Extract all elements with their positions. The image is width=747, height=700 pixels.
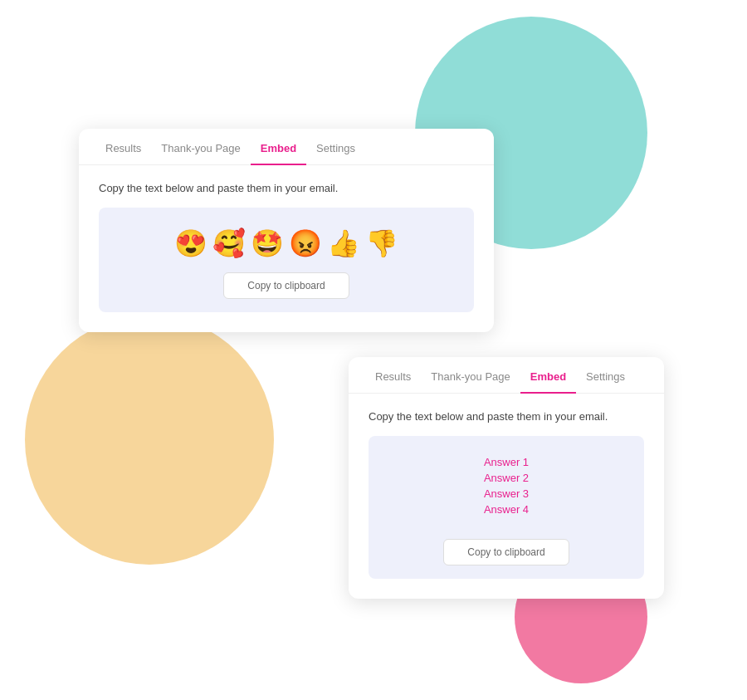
emoji-smiling-hearts: 🥰 (212, 228, 246, 259)
emoji-heart-eyes: 😍 (174, 228, 208, 259)
tab-embed-2[interactable]: Embed (520, 357, 576, 393)
card1-body: Copy the text below and paste them in yo… (79, 165, 494, 332)
embed-card-emoji: Results Thank-you Page Embed Settings Co… (79, 129, 494, 332)
emoji-row: 😍 🥰 🤩 😡 👍 👎 (174, 228, 398, 259)
circle-peach-decoration (25, 316, 274, 565)
tab-results-2[interactable]: Results (365, 357, 421, 393)
emoji-thumbs-up: 👍 (327, 228, 360, 259)
tab-results-1[interactable]: Results (95, 129, 151, 164)
embed-card-answers: Results Thank-you Page Embed Settings Co… (349, 357, 664, 599)
tab-settings-2[interactable]: Settings (576, 357, 635, 393)
answer-3: Answer 3 (484, 487, 529, 500)
emoji-star-struck: 🤩 (251, 228, 284, 259)
emoji-thumbs-down: 👎 (365, 228, 398, 259)
copy-clipboard-button-1[interactable]: Copy to clipboard (223, 272, 349, 299)
emoji-angry: 😡 (289, 228, 322, 259)
answer-4: Answer 4 (484, 503, 529, 516)
copy-clipboard-button-2[interactable]: Copy to clipboard (443, 539, 569, 565)
card2-description: Copy the text below and paste them in yo… (369, 410, 644, 423)
tab-thankyou-1[interactable]: Thank-you Page (151, 129, 250, 164)
tab-settings-1[interactable]: Settings (306, 129, 365, 164)
card1-description: Copy the text below and paste them in yo… (99, 182, 474, 194)
tab-thankyou-2[interactable]: Thank-you Page (421, 357, 520, 393)
tab-embed-1[interactable]: Embed (251, 129, 306, 164)
card1-embed-preview: 😍 🥰 🤩 😡 👍 👎 Copy to clipboard (99, 208, 474, 312)
card2-embed-preview: Answer 1 Answer 2 Answer 3 Answer 4 Copy… (369, 436, 644, 579)
answer-2: Answer 2 (484, 472, 529, 484)
card2-body: Copy the text below and paste them in yo… (349, 394, 664, 599)
card2-tabs: Results Thank-you Page Embed Settings (349, 357, 664, 394)
answer-1: Answer 1 (484, 456, 529, 468)
answers-list: Answer 1 Answer 2 Answer 3 Answer 4 (484, 456, 529, 516)
card1-tabs: Results Thank-you Page Embed Settings (79, 129, 494, 165)
